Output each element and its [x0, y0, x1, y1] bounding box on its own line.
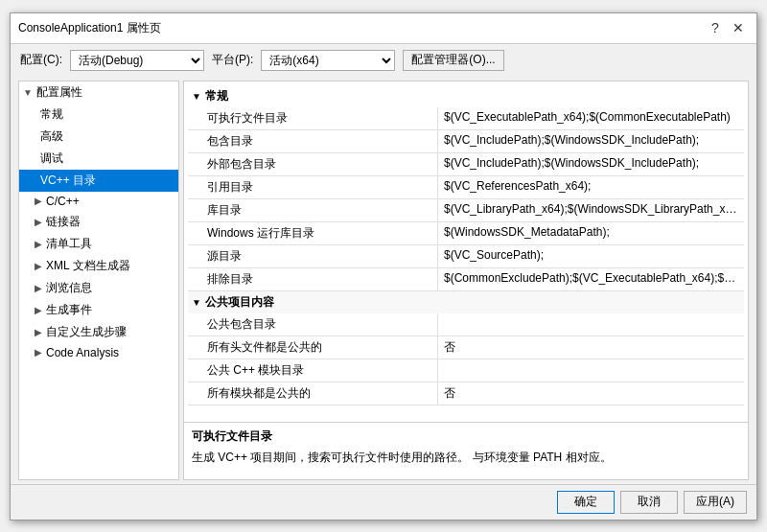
section-public-label: 公共项目内容 [205, 294, 274, 311]
sidebar-item-advanced[interactable]: 高级 [19, 126, 178, 148]
sidebar-item-code-analysis-label: Code Analysis [46, 346, 119, 359]
properties-dialog: ConsoleApplication1 属性页 ? ✕ 配置(C): 活动(De… [10, 12, 757, 520]
help-button[interactable]: ? [705, 17, 726, 38]
sidebar-item-linker[interactable]: ▶ 链接器 [19, 211, 178, 233]
config-label: 配置(C): [20, 52, 62, 68]
prop-name-executable: 可执行文件目录 [188, 107, 438, 129]
sidebar-group: ▼ 配置属性 常规 高级 调试 VC++ 目录 ▶ C/C++ ▶ 链接器 ▶ … [19, 81, 178, 362]
platform-label: 平台(P): [212, 52, 253, 68]
cpp-arrow-icon: ▶ [35, 196, 42, 206]
sidebar-item-browse[interactable]: ▶ 浏览信息 [19, 277, 178, 299]
title-bar: ConsoleApplication1 属性页 ? ✕ [11, 13, 756, 44]
platform-select[interactable]: 活动(x64) [261, 50, 395, 71]
sidebar-item-general[interactable]: 常规 [19, 104, 178, 126]
config-manager-button[interactable]: 配置管理器(O)... [403, 50, 503, 71]
sidebar-item-build-label: 生成事件 [46, 302, 92, 318]
prop-name-all-modules: 所有模块都是公共的 [188, 382, 438, 405]
sidebar-item-browse-label: 浏览信息 [46, 280, 92, 296]
sidebar-item-xml-doc[interactable]: ▶ XML 文档生成器 [19, 255, 178, 277]
prop-row-all-modules-public: 所有模块都是公共的 否 [188, 382, 744, 405]
content-scroll[interactable]: ▼ 常规 可执行文件目录 $(VC_ExecutablePath_x64);$(… [184, 81, 748, 422]
sidebar-item-xml-label: XML 文档生成器 [46, 258, 130, 274]
sidebar-item-linker-label: 链接器 [46, 214, 81, 230]
prop-value-include: $(VC_IncludePath);$(WindowsSDK_IncludePa… [438, 130, 744, 152]
sidebar-group-label: 配置属性 [36, 84, 82, 101]
prop-value-source: $(VC_SourcePath); [438, 245, 744, 267]
main-area: ▼ 配置属性 常规 高级 调试 VC++ 目录 ▶ C/C++ ▶ 链接器 ▶ … [11, 77, 756, 484]
prop-value-lib: $(VC_LibraryPath_x64);$(WindowsSDK_Libra… [438, 199, 744, 221]
group-arrow-icon: ▼ [23, 87, 33, 98]
prop-name-include: 包含目录 [188, 130, 438, 152]
cancel-button[interactable]: 取消 [620, 491, 678, 514]
bottom-bar: 确定 取消 应用(A) [11, 484, 756, 520]
prop-value-winrt: $(WindowsSDK_MetadataPath); [438, 222, 744, 244]
prop-row-all-headers-public: 所有头文件都是公共的 否 [188, 336, 744, 359]
prop-value-exclude: $(CommonExcludePath);$(VC_ExecutablePath… [438, 268, 744, 290]
custom-arrow-icon: ▶ [35, 327, 42, 337]
description-title: 可执行文件目录 [192, 428, 740, 445]
prop-value-pub-include [438, 313, 744, 335]
content-panel: ▼ 常规 可执行文件目录 $(VC_ExecutablePath_x64);$(… [183, 81, 749, 480]
sidebar-item-custom-label: 自定义生成步骤 [46, 324, 127, 340]
prop-value-ref: $(VC_ReferencesPath_x64); [438, 176, 744, 198]
dialog-title: ConsoleApplication1 属性页 [18, 20, 161, 36]
sidebar: ▼ 配置属性 常规 高级 调试 VC++ 目录 ▶ C/C++ ▶ 链接器 ▶ … [18, 81, 179, 480]
prop-value-executable: $(VC_ExecutablePath_x64);$(CommonExecuta… [438, 107, 744, 129]
prop-row-winrt: Windows 运行库目录 $(WindowsSDK_MetadataPath)… [188, 222, 744, 245]
config-select[interactable]: 活动(Debug) [70, 50, 204, 71]
prop-row-exclude: 排除目录 $(CommonExcludePath);$(VC_Executabl… [188, 268, 744, 291]
sidebar-item-build-events[interactable]: ▶ 生成事件 [19, 299, 178, 321]
prop-row-executable: 可执行文件目录 $(VC_ExecutablePath_x64);$(Commo… [188, 107, 744, 130]
prop-name-pub-include: 公共包含目录 [188, 313, 438, 335]
prop-name-ext-include: 外部包含目录 [188, 153, 438, 175]
prop-row-ref: 引用目录 $(VC_ReferencesPath_x64); [188, 176, 744, 199]
prop-row-pub-module: 公共 C++ 模块目录 [188, 359, 744, 382]
description-text: 生成 VC++ 项目期间，搜索可执行文件时使用的路径。 与环境变量 PATH 相… [192, 449, 740, 466]
sidebar-item-cpp[interactable]: ▶ C/C++ [19, 192, 178, 211]
prop-row-source: 源目录 $(VC_SourcePath); [188, 245, 744, 268]
browse-arrow-icon: ▶ [35, 283, 42, 293]
xml-arrow-icon: ▶ [35, 261, 42, 271]
prop-value-ext-include: $(VC_IncludePath);$(WindowsSDK_IncludePa… [438, 153, 744, 175]
manifest-arrow-icon: ▶ [35, 239, 42, 249]
prop-name-lib: 库目录 [188, 199, 438, 221]
public-section-arrow-icon: ▼ [192, 297, 201, 308]
prop-value-all-modules: 否 [438, 382, 744, 405]
prop-value-pub-module [438, 359, 744, 382]
code-analysis-arrow-icon: ▶ [35, 347, 42, 358]
sidebar-item-cpp-label: C/C++ [46, 195, 80, 208]
linker-arrow-icon: ▶ [35, 217, 42, 227]
section-general-label: 常规 [205, 88, 228, 104]
prop-name-exclude: 排除目录 [188, 268, 438, 290]
section-general-header: ▼ 常规 [188, 85, 744, 107]
close-button[interactable]: ✕ [728, 17, 749, 38]
prop-row-lib: 库目录 $(VC_LibraryPath_x64);$(WindowsSDK_L… [188, 199, 744, 222]
prop-row-pub-include: 公共包含目录 [188, 313, 744, 336]
description-panel: 可执行文件目录 生成 VC++ 项目期间，搜索可执行文件时使用的路径。 与环境变… [184, 422, 748, 479]
title-bar-buttons: ? ✕ [705, 17, 749, 38]
prop-value-all-headers: 否 [438, 336, 744, 359]
section-public-header: ▼ 公共项目内容 [188, 291, 744, 313]
general-section-arrow-icon: ▼ [192, 91, 201, 102]
prop-row-include: 包含目录 $(VC_IncludePath);$(WindowsSDK_Incl… [188, 130, 744, 153]
apply-button[interactable]: 应用(A) [684, 491, 747, 514]
sidebar-group-header[interactable]: ▼ 配置属性 [19, 81, 178, 104]
sidebar-item-vc-dirs[interactable]: VC++ 目录 [19, 170, 178, 192]
toolbar: 配置(C): 活动(Debug) 平台(P): 活动(x64) 配置管理器(O)… [11, 44, 756, 77]
sidebar-item-code-analysis[interactable]: ▶ Code Analysis [19, 343, 178, 362]
sidebar-item-custom-build[interactable]: ▶ 自定义生成步骤 [19, 321, 178, 343]
sidebar-item-debug[interactable]: 调试 [19, 148, 178, 170]
ok-button[interactable]: 确定 [557, 491, 615, 514]
prop-name-all-headers: 所有头文件都是公共的 [188, 336, 438, 359]
prop-row-ext-include: 外部包含目录 $(VC_IncludePath);$(WindowsSDK_In… [188, 153, 744, 176]
sidebar-item-manifest[interactable]: ▶ 清单工具 [19, 233, 178, 255]
build-arrow-icon: ▶ [35, 305, 42, 315]
prop-name-pub-module: 公共 C++ 模块目录 [188, 359, 438, 382]
prop-name-winrt: Windows 运行库目录 [188, 222, 438, 244]
sidebar-item-manifest-label: 清单工具 [46, 236, 92, 252]
prop-name-source: 源目录 [188, 245, 438, 267]
prop-name-ref: 引用目录 [188, 176, 438, 198]
